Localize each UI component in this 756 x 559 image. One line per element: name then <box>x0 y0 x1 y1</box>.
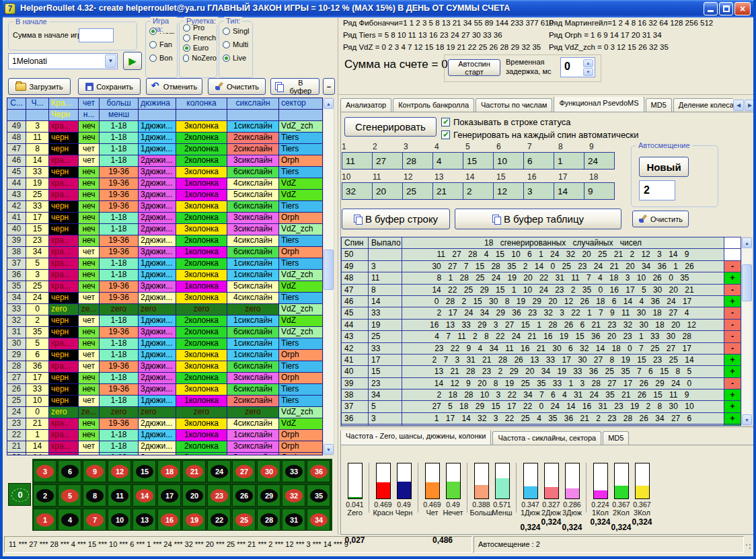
tab-2[interactable]: Частоты по числам <box>476 98 552 112</box>
generated-number[interactable]: 3 <box>523 182 554 200</box>
radio-french[interactable]: French <box>183 34 217 42</box>
board-cell-15[interactable]: 15 <box>133 460 156 482</box>
spins-table-scrollbar[interactable]: ▲ ▼ <box>741 237 753 426</box>
generated-number[interactable]: 11 <box>342 152 373 170</box>
radio-bon[interactable]: Bon <box>149 54 177 62</box>
table-row[interactable]: 2114кра...чет1-182дюжи...2колонка3сиксла… <box>7 441 322 453</box>
board-cell-36[interactable]: 36 <box>307 460 330 482</box>
board-cell-31[interactable]: 31 <box>282 509 305 531</box>
table-row[interactable]: 2510чернчет1-181дюжи...1колонка2сикслайн… <box>7 396 322 407</box>
table-row[interactable]: 3923кра...неч19-362дюжи...2колонка4сиксл… <box>7 235 322 247</box>
board-cell-9[interactable]: 9 <box>83 460 106 482</box>
radio-nozero[interactable]: NoZero <box>183 54 217 62</box>
show-in-status-checkbox[interactable]: Показывать в строке статуса <box>441 117 571 127</box>
generated-number[interactable]: 1 <box>554 152 584 170</box>
spins-row[interactable]: 41172 7 3 31 21 28 26 13 33 17 30 27 8 1… <box>342 355 741 366</box>
tab-5[interactable]: Деление колеса на <box>673 98 733 112</box>
history-table-scrollbar[interactable]: ▲ ▼ <box>323 98 334 455</box>
close-icon[interactable]: × <box>734 2 751 15</box>
generated-number[interactable]: 32 <box>342 182 373 200</box>
toolbar-collapse-button[interactable]: − <box>323 78 335 95</box>
generated-number[interactable]: 6 <box>523 152 554 170</box>
board-cell-29[interactable]: 29 <box>257 484 280 507</box>
spins-table[interactable]: СпинВыпало18 сгенерированных случайных ч… <box>341 237 741 426</box>
table-row[interactable]: 3525кра...неч19-363дюжи...1колонка5сиксл… <box>7 281 322 293</box>
table-row[interactable]: 3424чернчет19-362дюжи...3колонка4сикслай… <box>7 293 322 304</box>
table-row[interactable]: 296чернчет1-181дюжи...3колонка1сикслайнO… <box>7 350 322 361</box>
generate-button[interactable]: Сгенерировать <box>344 117 437 137</box>
offset-input[interactable]: 2 <box>639 180 675 200</box>
board-cell-4[interactable]: 4 <box>58 509 81 531</box>
table-row[interactable]: 4325кра...неч19-363дюжи...1колонка5сиксл… <box>7 190 322 201</box>
table-row[interactable]: 4811черннеч1-181дюжи...2колонка2сикслайн… <box>7 133 322 144</box>
tab-3[interactable]: Функционал PsevdoMS <box>554 97 644 112</box>
board-cell-32[interactable]: 32 <box>282 484 305 507</box>
radio-live[interactable]: Live <box>223 54 252 62</box>
spins-row[interactable]: 423323 22 9 4 34 11 16 21 30 6 32 14 18 … <box>342 343 741 355</box>
table-row[interactable]: 375кра...неч1-181дюжи...2колонка1сикслай… <box>7 258 322 270</box>
toolbar-open-folder-button[interactable]: Загрузить <box>8 78 71 95</box>
table-row[interactable]: 4614кра...чет1-182дюжи...2колонка3сиксла… <box>7 155 322 167</box>
board-cell-35[interactable]: 35 <box>307 484 330 507</box>
spins-row[interactable]: 45332 17 24 34 29 36 23 32 3 22 1 7 9 11… <box>342 307 741 319</box>
table-row[interactable]: 330zeroze...zerozerozerozeroVdZ_zch <box>7 304 322 315</box>
toolbar-clear-brush-button[interactable]: Очистить <box>208 78 266 95</box>
table-row[interactable]: 4015черннеч1-182дюжи...3колонка3сикслайн… <box>7 224 322 235</box>
chevron-down-icon[interactable]: ▼ <box>105 54 116 68</box>
board-cell-zero[interactable]: 0 <box>8 483 31 506</box>
minimize-icon[interactable] <box>704 2 718 15</box>
generated-number[interactable]: 10 <box>493 152 524 170</box>
board-cell-30[interactable]: 30 <box>257 460 280 482</box>
board-cell-11[interactable]: 11 <box>108 484 131 507</box>
spins-row[interactable]: 5011 27 28 4 15 10 6 1 24 32 20 25 21 2 … <box>342 249 741 260</box>
tab-0[interactable]: Анализатор <box>340 98 391 112</box>
table-row[interactable]: 478чернчет1-181дюжи...2колонка2сикслайнT… <box>7 144 322 155</box>
autospin-start-button[interactable]: Автоспин старт <box>448 59 500 76</box>
table-row[interactable]: 2014кра...чет1-182дюжи...2колонка3сиксла… <box>7 453 322 455</box>
board-cell-7[interactable]: 7 <box>83 509 106 531</box>
toolbar-save-floppy-button[interactable]: Сохранить <box>78 78 141 95</box>
radio-multi[interactable]: Multi <box>223 40 252 48</box>
table-row[interactable]: 2633черннеч19-363дюжи...3колонка6сикслай… <box>7 384 322 396</box>
board-cell-22[interactable]: 22 <box>207 509 231 531</box>
title-bar[interactable]: 7 HelperRoullet 4.32- create helperroull… <box>0 0 756 17</box>
table-row[interactable]: 322чернчет1-181дюжи...2колонка1сикслайнV… <box>7 315 322 327</box>
freq-tab-0[interactable]: Частота - Zero, шансы, дюжины, колонки <box>340 431 491 445</box>
table-row[interactable]: 221кра...неч1-181дюжи...1колонка1сикслай… <box>7 430 322 441</box>
spins-row[interactable]: 49330 27 7 15 28 35 2 14 0 25 23 24 21 2… <box>342 261 741 272</box>
table-row[interactable]: 4533черннеч19-363дюжи...3колонка6сикслай… <box>7 167 322 178</box>
radio-fan[interactable]: Fan <box>149 40 177 48</box>
table-row[interactable]: 4419кра...неч19-362дюжи...1колонка4сиксл… <box>7 178 322 190</box>
generated-number[interactable]: 21 <box>432 182 463 200</box>
board-cell-6[interactable]: 6 <box>58 460 81 482</box>
generated-number[interactable]: 20 <box>372 182 403 200</box>
board-cell-12[interactable]: 12 <box>108 460 131 482</box>
board-cell-18[interactable]: 18 <box>157 460 181 482</box>
tab-scroll-left-icon[interactable]: ◀ <box>733 100 744 111</box>
spins-row[interactable]: 392314 12 9 20 8 19 25 35 33 1 3 28 27 1… <box>342 378 741 389</box>
generated-number[interactable]: 24 <box>584 152 615 170</box>
spins-row[interactable]: 46140 28 2 15 30 8 19 29 20 12 26 18 6 1… <box>342 296 741 307</box>
board-cell-23[interactable]: 23 <box>207 484 231 507</box>
spins-row[interactable]: 401513 21 28 23 2 29 20 34 19 33 36 25 3… <box>342 366 741 377</box>
toolbar-undo-arrow-button[interactable]: Отменить <box>146 78 202 95</box>
board-cell-14[interactable]: 14 <box>133 484 156 507</box>
board-cell-1[interactable]: 1 <box>33 509 56 531</box>
radio-singl[interactable]: Singl <box>223 27 252 35</box>
board-cell-21[interactable]: 21 <box>182 460 206 482</box>
roulette-board[interactable]: 3691215182124273033362581114172023262932… <box>32 459 332 531</box>
generated-number[interactable]: 14 <box>554 182 584 200</box>
table-row[interactable]: 4233черннеч19-363дюжи...3колонка6сикслай… <box>7 201 322 213</box>
clear-generator-button[interactable]: Очистить <box>632 211 689 227</box>
spins-row[interactable]: 35+ <box>342 424 741 426</box>
spins-row[interactable]: 47814 22 25 29 15 1 10 24 23 2 35 0 16 1… <box>342 285 741 296</box>
board-cell-28[interactable]: 28 <box>257 509 280 531</box>
table-row[interactable]: 2717черннеч1-182дюжи...2колонка3сикслайн… <box>7 373 322 384</box>
board-cell-17[interactable]: 17 <box>157 484 181 507</box>
scroll-thumb[interactable] <box>324 250 334 290</box>
board-cell-16[interactable]: 16 <box>157 509 181 531</box>
tab-4[interactable]: MD5 <box>646 98 672 112</box>
board-cell-25[interactable]: 25 <box>232 509 256 531</box>
toolbar-copy-button[interactable]: В буфер <box>270 78 319 95</box>
table-row[interactable]: 240zeroze...zerozerozerozeroVdZ_zch <box>7 407 322 418</box>
